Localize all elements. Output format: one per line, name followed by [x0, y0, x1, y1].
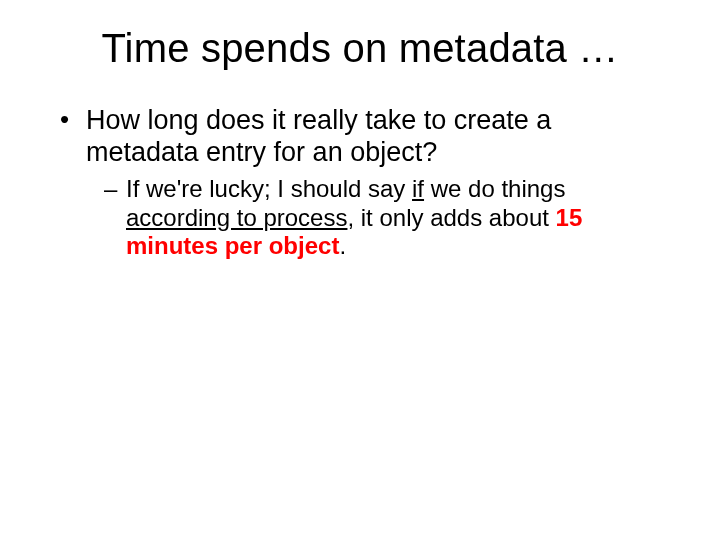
sub-process-underline: according to process — [126, 204, 347, 231]
sub-text-4: . — [339, 232, 346, 259]
sub-text-2: we do things — [424, 175, 565, 202]
slide-body: How long does it really take to create a… — [58, 105, 662, 261]
sub-text-1: If we're lucky; I should say — [126, 175, 412, 202]
slide-title: Time spends on metadata … — [40, 26, 680, 71]
bullet-item-1: How long does it really take to create a… — [58, 105, 662, 261]
bullet-1-text: How long does it really take to create a… — [86, 105, 551, 167]
sub-bullet-list: If we're lucky; I should say if we do th… — [86, 175, 662, 261]
slide: Time spends on metadata … How long does … — [0, 26, 720, 540]
sub-if-underline: if — [412, 175, 424, 202]
sub-text-3: , it only adds about — [347, 204, 555, 231]
bullet-list: How long does it really take to create a… — [58, 105, 662, 261]
sub-bullet-1: If we're lucky; I should say if we do th… — [104, 175, 662, 261]
